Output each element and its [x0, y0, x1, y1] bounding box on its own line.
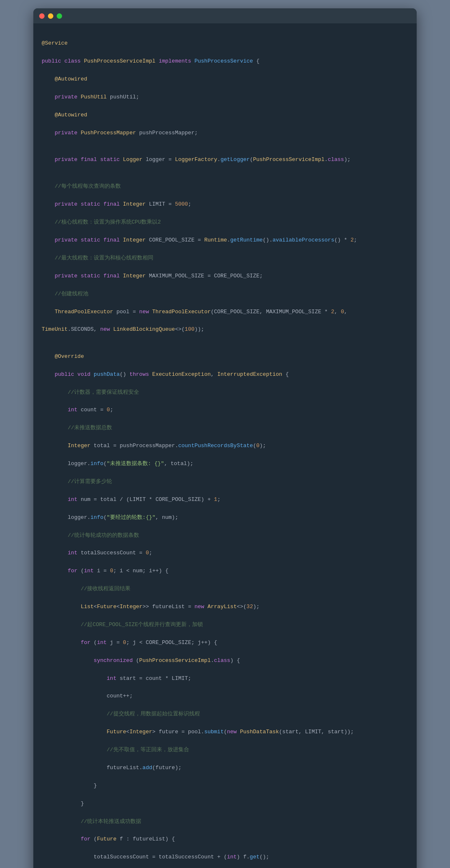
minimize-dot[interactable] — [48, 13, 53, 19]
close-dot[interactable] — [39, 13, 45, 19]
maximize-dot[interactable] — [57, 13, 62, 19]
titlebar — [33, 8, 417, 23]
code-window: @Service public class PushProcessService… — [33, 8, 417, 868]
code-content: @Service public class PushProcessService… — [33, 23, 417, 868]
